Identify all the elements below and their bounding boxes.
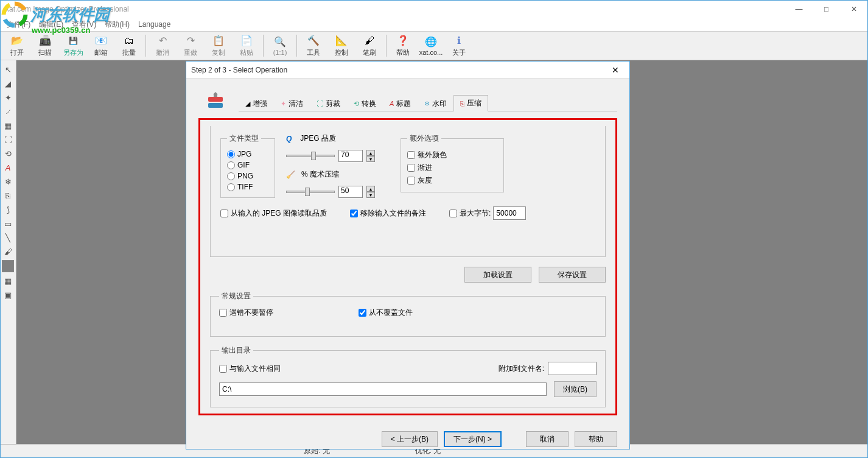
- radio-tiff[interactable]: TIFF: [227, 181, 268, 192]
- browse-button[interactable]: 浏览(B): [554, 381, 597, 397]
- check-no-pause[interactable]: 遇错不要暂停: [219, 308, 273, 318]
- remove-comment-label: 移除输入文件的备注: [360, 208, 426, 219]
- zoom-icon: 🔍: [274, 35, 286, 48]
- side-color-swatch[interactable]: [2, 260, 14, 272]
- batch-icon: 🗂: [123, 35, 135, 47]
- side-tool-line[interactable]: ╲: [1, 231, 15, 244]
- max-bytes-input[interactable]: [493, 206, 526, 220]
- side-tool-grid[interactable]: ▦: [1, 274, 15, 287]
- toolbar-mail[interactable]: 📧邮箱: [87, 32, 115, 59]
- toolbar-brush[interactable]: 🖌笔刷: [355, 32, 383, 59]
- output-fieldset: 输出目录 与输入文件相同 附加到文件名: 浏览(B): [210, 345, 606, 407]
- side-tool-stamp[interactable]: ❄: [1, 175, 15, 188]
- output-path-input[interactable]: [219, 382, 547, 396]
- q-icon: Q: [286, 135, 292, 143]
- side-tool-rect[interactable]: ▭: [1, 217, 15, 230]
- filetype-fieldset: 文件类型 JPG GIF PNG TIFF: [220, 133, 275, 198]
- side-tool-fill[interactable]: ▣: [1, 288, 15, 301]
- minimize-button[interactable]: —: [785, 1, 813, 18]
- info-icon: ℹ: [453, 35, 465, 47]
- append-filename-input[interactable]: [548, 362, 597, 375]
- menu-language[interactable]: Language: [135, 19, 174, 30]
- jpeg-quality-slider[interactable]: [286, 155, 335, 157]
- save-settings-button[interactable]: 保存设置: [539, 267, 606, 283]
- magic-compress-spinner[interactable]: ▲▼: [366, 186, 375, 198]
- svg-rect-0: [208, 97, 223, 102]
- jpeg-quality-spinner[interactable]: ▲▼: [366, 150, 375, 162]
- mail-icon: 📧: [95, 35, 107, 47]
- side-tool-rotate[interactable]: ⟲: [1, 147, 15, 160]
- prev-button[interactable]: < 上一步(B): [382, 431, 438, 447]
- compress-tab-icon: ⎘: [460, 100, 464, 107]
- toolbar-about[interactable]: ℹ关于: [445, 32, 473, 59]
- side-tool-zoom[interactable]: ◢: [1, 77, 15, 90]
- check-max-bytes[interactable]: [449, 210, 457, 217]
- dialog-close-button[interactable]: ✕: [606, 62, 625, 79]
- tab-watermark[interactable]: ❄水印: [418, 95, 453, 111]
- radio-jpg[interactable]: JPG: [227, 149, 268, 160]
- magic-compress-slider[interactable]: [286, 191, 335, 193]
- toolbar-separator: [386, 35, 387, 57]
- next-button[interactable]: 下一步(N) >: [444, 431, 502, 447]
- enhance-icon: ◢: [245, 100, 250, 108]
- menu-file[interactable]: 文件(F): [3, 18, 34, 31]
- menu-help[interactable]: 帮助(H): [101, 18, 133, 31]
- side-tool-eyedrop[interactable]: ⟋: [1, 105, 15, 118]
- side-tool-curve[interactable]: ⟆: [1, 203, 15, 216]
- radio-png[interactable]: PNG: [227, 171, 268, 181]
- toolbar-open[interactable]: 📂打开: [3, 32, 31, 59]
- toolbar-batch[interactable]: 🗂批量: [115, 32, 143, 59]
- tab-title[interactable]: A标题: [383, 95, 418, 111]
- menu-view[interactable]: 查看(V): [68, 18, 100, 31]
- jpeg-quality-input[interactable]: 70: [338, 150, 363, 162]
- toolbar-paste[interactable]: 📄粘贴: [233, 32, 261, 59]
- toolbar-separator: [296, 35, 297, 57]
- toolbar-scan[interactable]: 📠扫描: [31, 32, 59, 59]
- side-tool-image[interactable]: ▦: [1, 119, 15, 132]
- watermark-icon: ❄: [424, 100, 430, 108]
- magic-compress-input[interactable]: 50: [338, 186, 363, 198]
- side-tool-compress[interactable]: ⎘: [1, 189, 15, 202]
- load-settings-button[interactable]: 加载设置: [464, 267, 531, 283]
- side-tool-text[interactable]: A: [1, 161, 15, 174]
- toolbar-undo[interactable]: ↶撤消: [149, 32, 177, 59]
- tab-enhance[interactable]: ◢增强: [239, 95, 274, 111]
- maximize-button[interactable]: □: [813, 1, 840, 18]
- close-button[interactable]: ✕: [840, 1, 867, 18]
- check-extra-color[interactable]: 额外颜色: [407, 149, 497, 161]
- side-tool-arrow[interactable]: ↖: [1, 63, 15, 76]
- toolbar-redo[interactable]: ↷重做: [177, 32, 205, 59]
- toolbar-help[interactable]: ❓帮助: [389, 32, 417, 59]
- cancel-button[interactable]: 取消: [526, 431, 569, 447]
- magic-compress-label: % 魔术压缩: [301, 169, 339, 180]
- side-tool-crop[interactable]: ⛶: [1, 133, 15, 146]
- toolbar-separator: [263, 35, 264, 57]
- tab-crop[interactable]: ⛶剪裁: [310, 95, 347, 111]
- check-read-jpeg[interactable]: [220, 210, 228, 217]
- toolbar-xat[interactable]: 🌐xat.co...: [417, 32, 445, 59]
- toolbar-saveas[interactable]: 💾另存为: [59, 32, 87, 59]
- open-icon: 📂: [11, 35, 23, 47]
- check-progressive[interactable]: 渐进: [407, 161, 497, 174]
- toolbar-control[interactable]: 📐控制: [327, 32, 355, 59]
- tab-clean[interactable]: ✦清洁: [274, 95, 310, 111]
- radio-gif[interactable]: GIF: [227, 160, 268, 171]
- copy-icon: 📋: [212, 35, 225, 47]
- toolbar-zoom[interactable]: 🔍(1:1): [266, 32, 294, 59]
- menu-edit[interactable]: 编辑(E): [35, 18, 67, 31]
- tab-convert[interactable]: ⟲转换: [347, 95, 383, 111]
- scan-icon: 📠: [39, 35, 51, 47]
- toolbar-tools[interactable]: 🔨工具: [299, 32, 327, 59]
- check-no-overwrite[interactable]: 从不覆盖文件: [359, 308, 413, 318]
- check-grayscale[interactable]: 灰度: [407, 174, 497, 187]
- dialog-title: Step 2 of 3 - Select Operation: [191, 66, 287, 74]
- check-remove-comment[interactable]: [350, 210, 358, 217]
- side-tool-brush2[interactable]: 🖌: [1, 245, 15, 258]
- side-tool-wand[interactable]: ✦: [1, 91, 15, 104]
- tab-compress[interactable]: ⎘压缩: [453, 95, 488, 111]
- help-button[interactable]: 帮助: [575, 431, 617, 447]
- toolbar-copy[interactable]: 📋复制: [205, 32, 233, 59]
- titlebar: xat.com Image Optimizer Professional — □…: [1, 1, 867, 18]
- extra-options-fieldset: 额外选项 额外颜色 渐进 灰度: [401, 133, 504, 192]
- check-same-as-input[interactable]: 与输入文件相同: [219, 364, 281, 374]
